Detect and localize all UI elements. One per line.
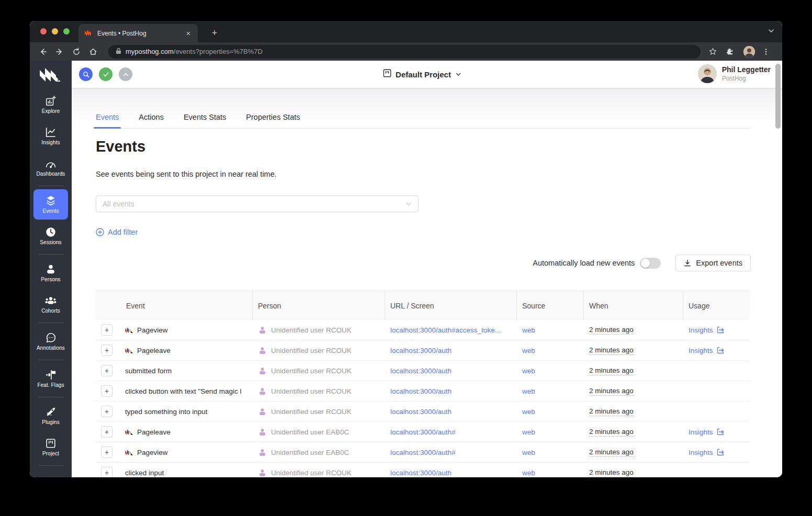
expand-row-button[interactable]: +: [101, 467, 112, 477]
extensions-puzzle-icon[interactable]: [723, 45, 736, 59]
sidebar-item-persons[interactable]: Persons: [33, 258, 68, 288]
sidebar-item-cohorts[interactable]: Cohorts: [33, 289, 68, 319]
page-title: Events: [96, 138, 145, 155]
open-in-insights-icon: [717, 449, 724, 456]
forward-icon[interactable]: [53, 45, 66, 59]
source-link[interactable]: web: [522, 367, 535, 375]
insights-link[interactable]: Insights: [689, 449, 724, 456]
url-link[interactable]: localhost:3000/auth: [390, 469, 452, 477]
expand-row-button[interactable]: +: [101, 385, 112, 397]
sidebar-item-partial[interactable]: [33, 469, 68, 477]
sidebar-item-sessions[interactable]: Sessions: [33, 221, 68, 251]
insights-link[interactable]: Insights: [689, 428, 724, 436]
source-link[interactable]: web: [522, 326, 535, 334]
event-name: Pageleave: [137, 428, 171, 436]
tab-actions[interactable]: Actions: [139, 110, 164, 128]
sidebar-item-dashboards[interactable]: Dashboards: [33, 152, 68, 182]
tab-events[interactable]: Events: [96, 110, 119, 128]
table-controls: Automatically load new events Export eve…: [96, 254, 751, 272]
sidebar-item-plugins[interactable]: Plugins: [33, 400, 68, 431]
check-status-icon[interactable]: [99, 67, 112, 81]
add-filter-button[interactable]: Add filter: [96, 228, 138, 236]
bookmark-star-icon[interactable]: [706, 45, 719, 59]
browser-tab[interactable]: Events • PostHog ×: [78, 24, 198, 42]
close-tab-icon[interactable]: ×: [184, 29, 193, 38]
event-filter-placeholder: All events: [103, 200, 405, 208]
insights-link[interactable]: Insights: [689, 347, 724, 354]
source-link[interactable]: web: [522, 387, 535, 395]
close-window-button[interactable]: [40, 28, 47, 35]
posthog-logo-icon[interactable]: [40, 68, 62, 84]
search-icon[interactable]: [79, 67, 93, 81]
person-icon: [258, 428, 267, 437]
browser-menu-icon[interactable]: [759, 45, 773, 59]
browser-toolbar: myposthog.com/events?properties=%7B%7D: [30, 42, 782, 61]
tab-overview-chevron-icon[interactable]: [768, 27, 775, 37]
home-icon[interactable]: [86, 45, 100, 59]
browser-profile-avatar[interactable]: [743, 46, 755, 58]
event-name: Pageview: [137, 449, 168, 456]
open-in-insights-icon: [717, 428, 724, 435]
expand-row-button[interactable]: +: [101, 406, 112, 417]
expand-row-button[interactable]: +: [101, 324, 112, 336]
url-link[interactable]: localhost:3000/auth: [390, 367, 452, 375]
url-link[interactable]: localhost:3000/auth#: [390, 449, 456, 456]
sidebar-item-label: Persons: [41, 277, 60, 282]
sidebar-item-label: Events: [42, 208, 59, 214]
user-menu[interactable]: Phil Leggetter PostHog: [698, 64, 771, 83]
user-org: PostHog: [722, 75, 771, 82]
event-name: Pageview: [137, 326, 168, 334]
back-icon[interactable]: [36, 45, 50, 59]
reload-icon[interactable]: [70, 45, 83, 59]
source-link[interactable]: web: [522, 347, 535, 354]
source-link[interactable]: web: [522, 469, 535, 477]
url-link[interactable]: localhost:3000/auth: [390, 408, 452, 416]
person-name: Unidentified user EAB0C: [271, 428, 349, 436]
address-bar[interactable]: myposthog.com/events?properties=%7B%7D: [108, 45, 701, 59]
browser-tab-strip: Events • PostHog × +: [30, 21, 782, 42]
zoom-window-button[interactable]: [63, 28, 70, 35]
sidebar-item-project[interactable]: Project: [33, 432, 68, 462]
url-link[interactable]: localhost:3000/auth#: [390, 428, 456, 436]
posthog-event-icon: [125, 429, 133, 435]
sidebar-item-label: Cohorts: [41, 308, 60, 314]
url-link[interactable]: localhost:3000/auth: [390, 387, 452, 395]
user-avatar: [698, 64, 717, 83]
add-filter-label: Add filter: [108, 228, 138, 236]
event-filter-select[interactable]: All events: [96, 196, 419, 212]
collapse-chevron-up-icon[interactable]: [119, 67, 132, 81]
url-link[interactable]: localhost:3000/auth: [390, 347, 452, 354]
when-text: 2 minutes ago: [589, 407, 634, 416]
tab-title: Events • PostHog: [97, 30, 184, 37]
minimize-window-button[interactable]: [52, 28, 58, 35]
tab-events-stats[interactable]: Events Stats: [184, 110, 226, 128]
sidebar-item-events[interactable]: Events: [33, 189, 68, 220]
autoload-toggle[interactable]: [640, 258, 661, 269]
person-name: Unidentified user RCOUK: [271, 367, 352, 375]
tab-properties-stats[interactable]: Properties Stats: [246, 110, 300, 128]
insights-link[interactable]: Insights: [689, 326, 724, 334]
browser-window: Events • PostHog × + myposthog.com/event…: [30, 21, 782, 477]
export-events-button[interactable]: Export events: [675, 255, 751, 271]
source-link[interactable]: web: [522, 428, 535, 436]
url-link[interactable]: localhost:3000/auth#access_toke...: [390, 326, 501, 334]
sidebar-item-annotations[interactable]: Annotations: [33, 326, 68, 357]
person-name: Unidentified user RCOUK: [271, 326, 352, 334]
source-link[interactable]: web: [522, 449, 535, 456]
open-in-insights-icon: [717, 326, 724, 334]
new-tab-button[interactable]: +: [208, 26, 221, 40]
sidebar-item-label: Sessions: [40, 239, 61, 245]
when-text: 2 minutes ago: [589, 326, 634, 335]
sidebar-item-explore[interactable]: Explore: [33, 89, 68, 120]
app-scrollbar-thumb[interactable]: [775, 64, 781, 129]
expand-row-button[interactable]: +: [101, 365, 112, 376]
expand-row-button[interactable]: +: [101, 426, 112, 438]
sidebar-item-insights[interactable]: Insights: [33, 121, 68, 151]
source-link[interactable]: web: [522, 408, 535, 416]
table-row: + typed something into input Unidentifie…: [96, 402, 750, 422]
expand-row-button[interactable]: +: [101, 345, 112, 356]
sidebar-item-feature-flags[interactable]: Feat. Flags: [33, 363, 68, 394]
posthog-favicon-icon: [85, 29, 93, 38]
project-selector[interactable]: Default Project: [383, 69, 461, 79]
expand-row-button[interactable]: +: [101, 446, 112, 458]
